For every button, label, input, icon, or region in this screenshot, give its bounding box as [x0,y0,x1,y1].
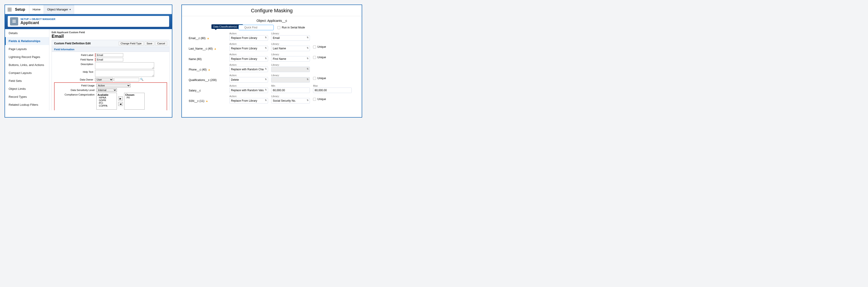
library-label: Library: [271,32,310,35]
edit-custom-field-label: Edit Applicant Custom Field [52,31,169,34]
cancel-button[interactable]: Cancel [155,41,167,46]
breadcrumb: SETUP > OBJECT MANAGER [21,18,56,21]
checkbox-icon [313,46,316,49]
label-data-owner: Data Owner [54,78,95,81]
input-field-label[interactable] [96,53,123,57]
save-button[interactable]: Save [145,41,154,46]
label-sensitivity: Data Sensitivity Level [56,88,96,91]
mask-row: Email__c (80) ▲ Action:Replace From Libr… [189,32,355,41]
lookup-icon[interactable]: 🔍 [140,78,144,81]
sidebar-item-lightning[interactable]: Lightning Record Pages [5,53,49,61]
run-serial-checkbox[interactable]: Run in Serial Mode [277,26,305,29]
select-data-owner[interactable]: User [95,78,113,81]
unique-label: Unique [317,97,326,101]
tab-home[interactable]: Home [29,5,44,14]
field-name: Last_Name__c (40) ▲ [189,44,226,50]
action-select[interactable]: Replace with Random Charact [229,67,268,72]
label-field-label: Field Label [54,53,95,56]
select-field-usage[interactable]: Active [96,84,130,87]
quick-find-input[interactable] [239,25,274,30]
sidebar-item-lookup-filters[interactable]: Related Lookup Filters [5,101,49,109]
warning-icon: ▲ [208,68,211,71]
unique-checkbox[interactable]: Unique [313,45,326,49]
max-label: Max [313,84,352,87]
sidebar-item-search-layouts[interactable]: Search Layouts [5,109,49,110]
checkbox-icon [313,98,316,101]
label-field-name: Field Name [54,58,95,61]
tab-object-manager-label: Object Manager [47,8,68,11]
action-select[interactable]: Replace From Library [229,56,268,62]
library-select[interactable]: First Name [271,56,310,62]
sidebar-item-fields[interactable]: Fields & Relationships [5,37,49,45]
classification-highlight: Field Usage Active Data Sensitivity Leve… [54,82,167,110]
breadcrumb-setup[interactable]: SETUP [21,18,29,21]
sidebar-item-field-sets[interactable]: Field Sets [5,77,49,85]
action-select[interactable]: Replace From Library [229,98,268,104]
label-compliance: Compliance Categorization [56,93,96,96]
mask-row: Last_Name__c (40) ▲ Action:Replace From … [189,42,355,51]
unique-checkbox[interactable]: Unique [313,77,326,80]
unique-label: Unique [317,56,326,59]
input-data-owner-lookup[interactable] [114,78,139,81]
library-select[interactable]: Email [271,35,310,41]
move-right-button[interactable]: ▶ [118,96,123,101]
unique-label: Unique [317,77,326,80]
library-label: Library: [271,74,310,77]
change-field-type-button[interactable]: Change Field Type [119,41,144,46]
sidebar-item-object-limits[interactable]: Object Limits [5,85,49,93]
action-select[interactable]: Replace with Random Value [229,88,268,93]
input-help-text[interactable] [95,70,154,77]
field-name: Salary__c [189,85,226,92]
configure-masking-title: Configure Masking [182,6,362,16]
action-label: Action: [229,32,268,35]
sidebar-item-compact[interactable]: Compact Layouts [5,69,49,77]
unique-checkbox[interactable]: Unique [313,97,326,101]
action-label: Action: [229,42,268,45]
input-description[interactable] [95,62,154,69]
object-line: Object: Applicants__c [189,19,355,23]
breadcrumb-objmgr[interactable]: OBJECT MANAGER [32,18,56,21]
input-field-name[interactable] [96,58,123,61]
action-label: Action: [229,53,268,56]
library-select[interactable]: Last Name [271,46,310,51]
setup-label: Setup [14,5,29,14]
library-label: Library: [271,42,310,45]
sidebar-item-page-layouts[interactable]: Page Layouts [5,45,49,53]
library-select[interactable] [271,67,310,72]
library-label: Library: [271,95,310,97]
select-sensitivity[interactable]: Internal [96,88,117,92]
max-input[interactable] [313,88,352,93]
checkbox-icon [313,77,316,80]
app-launcher-icon[interactable] [5,8,14,11]
action-label: Action: [229,84,268,87]
action-select[interactable]: Replace From Library [229,35,268,41]
definition-card: Custom Field Definition Edit Change Fiel… [52,40,169,110]
sidebar-item-buttons[interactable]: Buttons, Links, and Actions [5,61,49,69]
chevron-down-icon: ▾ [69,8,71,11]
library-label: Library: [271,63,310,66]
library-label: Library: [271,53,310,56]
tab-object-manager[interactable]: Object Manager ▾ [44,5,74,14]
field-name: SSN__c (11) ▲ [189,96,226,103]
unique-checkbox[interactable]: Unique [313,56,326,59]
library-select[interactable]: Social Security No. [271,98,310,104]
action-label: Action: [229,74,268,77]
field-name: Qualifications__c (200) [189,75,226,82]
move-left-button[interactable]: ◀ [118,102,123,106]
mask-row: Salary__c Action:Replace with Random Val… [189,84,355,93]
sidebar: Details Fields & Relationships Page Layo… [5,29,49,110]
min-input[interactable] [271,88,310,93]
field-name: Name (80) [189,54,226,61]
available-listbox[interactable]: Available HIPAA GDPR PCI COPPA [96,93,117,110]
content: Edit Applicant Custom Field Email Custom… [49,29,172,110]
action-select[interactable]: Delete [229,77,268,83]
sidebar-item-details[interactable]: Details [5,29,49,37]
label-help-text: Help Text [54,70,95,73]
field-name: Phone__c (40) ▲ [189,64,226,71]
action-select[interactable]: Replace From Library [229,46,268,51]
object-title: Applicant [21,21,56,25]
chosen-listbox[interactable]: Chosen PII [124,93,145,110]
library-select[interactable] [271,77,310,83]
label-field-usage: Field Usage [56,84,96,87]
sidebar-item-record-types[interactable]: Record Types [5,93,49,101]
